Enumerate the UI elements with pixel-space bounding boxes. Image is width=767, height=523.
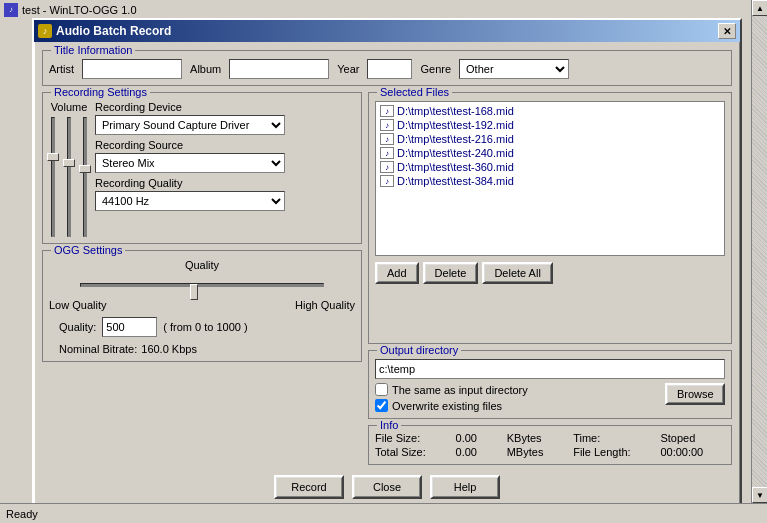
main-scrollbar[interactable]: ▲ ▼ xyxy=(751,0,767,503)
dialog-title: Audio Batch Record xyxy=(56,24,171,38)
recording-settings-label: Recording Settings xyxy=(51,86,150,98)
list-item: ♪ D:\tmp\test\test-168.mid xyxy=(378,104,722,118)
genre-label: Genre xyxy=(420,63,451,75)
nominal-value: 160.0 Kbps xyxy=(141,343,197,355)
overwrite-checkbox[interactable] xyxy=(375,399,388,412)
quality-range-hint: ( from 0 to 1000 ) xyxy=(163,321,247,333)
browse-button[interactable]: Browse xyxy=(665,383,725,405)
recording-device-select[interactable]: Primary Sound Capture Driver xyxy=(95,115,285,135)
recording-device-row: Recording Device Primary Sound Capture D… xyxy=(95,101,355,135)
file-path-5: D:\tmp\test\test-360.mid xyxy=(397,161,514,173)
volume-thumb-3[interactable] xyxy=(79,165,91,173)
title-section: Artist Album Year Genre Other Rock Pop J… xyxy=(49,59,725,79)
quality-value-row: Quality: ( from 0 to 1000 ) xyxy=(49,317,355,337)
bottom-buttons: Record Close Help xyxy=(42,471,732,503)
volume-thumb-1[interactable] xyxy=(47,153,59,161)
volume-slider-1[interactable] xyxy=(47,117,59,237)
titlebar-buttons: ✕ xyxy=(718,23,736,39)
volume-slider-2[interactable] xyxy=(63,117,75,237)
dialog-close-button[interactable]: Close xyxy=(352,475,422,499)
output-checkboxes: The same as input directory Overwrite ex… xyxy=(375,383,528,412)
total-size-unit: MBytes xyxy=(507,446,565,458)
device-section: Recording Device Primary Sound Capture D… xyxy=(95,101,355,237)
recording-quality-select[interactable]: 44100 Hz 22050 Hz 11025 Hz 8000 Hz xyxy=(95,191,285,211)
recording-quality-row: Recording Quality 44100 Hz 22050 Hz 1102… xyxy=(95,177,355,211)
scroll-track xyxy=(752,16,767,487)
overwrite-label: Overwrite existing files xyxy=(392,400,502,412)
ogg-settings-group: OGG Settings Quality Low Quality xyxy=(42,250,362,362)
file-size-value: 0.00 xyxy=(456,432,499,444)
recording-source-label: Recording Source xyxy=(95,139,355,151)
scroll-up-button[interactable]: ▲ xyxy=(752,0,767,16)
file-length-value: 00:00:00 xyxy=(660,446,725,458)
file-length-label: File Length: xyxy=(573,446,652,458)
file-path-1: D:\tmp\test\test-168.mid xyxy=(397,105,514,117)
close-window-button[interactable]: ✕ xyxy=(718,23,736,39)
ogg-settings-label: OGG Settings xyxy=(51,244,125,256)
total-size-value: 0.00 xyxy=(456,446,499,458)
delete-all-button[interactable]: Delete All xyxy=(482,262,552,284)
volume-section: Volume xyxy=(49,101,89,237)
app-icon: ♪ xyxy=(4,3,18,17)
volume-slider-3[interactable] xyxy=(79,117,91,237)
info-grid: File Size: 0.00 KBytes Time: Stoped Tota… xyxy=(375,432,725,458)
file-icon-2: ♪ xyxy=(380,119,394,131)
file-path-2: D:\tmp\test\test-192.mid xyxy=(397,119,514,131)
year-input[interactable] xyxy=(367,59,412,79)
ogg-quality-track xyxy=(80,283,325,287)
output-dir-input-row xyxy=(375,359,725,379)
output-dir-options-row: The same as input directory Overwrite ex… xyxy=(375,383,725,412)
quality-range: Low Quality High Quality xyxy=(49,299,355,311)
nominal-label: Nominal Bitrate: xyxy=(59,343,137,355)
record-button[interactable]: Record xyxy=(274,475,344,499)
title-information-label: Title Information xyxy=(51,44,135,56)
file-icon-5: ♪ xyxy=(380,161,394,173)
list-item: ♪ D:\tmp\test\test-360.mid xyxy=(378,160,722,174)
dialog-titlebar: ♪ Audio Batch Record ✕ xyxy=(34,20,740,42)
list-item: ♪ D:\tmp\test\test-240.mid xyxy=(378,146,722,160)
ogg-quality-thumb[interactable] xyxy=(190,284,198,300)
quality-field-input[interactable] xyxy=(102,317,157,337)
file-icon-1: ♪ xyxy=(380,105,394,117)
output-dir-input[interactable] xyxy=(375,359,725,379)
dialog-icon: ♪ xyxy=(38,24,52,38)
list-item: ♪ D:\tmp\test\test-192.mid xyxy=(378,118,722,132)
high-quality-label: High Quality xyxy=(295,299,355,311)
recording-quality-label: Recording Quality xyxy=(95,177,355,189)
statusbar: Ready xyxy=(0,503,767,523)
file-icon-4: ♪ xyxy=(380,147,394,159)
ogg-quality-slider[interactable] xyxy=(80,277,325,293)
delete-button[interactable]: Delete xyxy=(423,262,479,284)
ogg-inner: Quality Low Quality High Quality xyxy=(49,259,355,355)
file-icon-3: ♪ xyxy=(380,133,394,145)
dialog-content: Title Information Artist Album Year Genr… xyxy=(34,42,740,511)
list-item: ♪ D:\tmp\test\test-216.mid xyxy=(378,132,722,146)
selected-files-list[interactable]: ♪ D:\tmp\test\test-168.mid ♪ D:\tmp\test… xyxy=(375,101,725,256)
album-input[interactable] xyxy=(229,59,329,79)
right-panel: Selected Files ♪ D:\tmp\test\test-168.mi… xyxy=(368,92,732,465)
volume-thumb-2[interactable] xyxy=(63,159,75,167)
left-panel: Recording Settings Volume xyxy=(42,92,362,465)
recording-source-select[interactable]: Stereo Mix Microphone Line In xyxy=(95,153,285,173)
file-path-3: D:\tmp\test\test-216.mid xyxy=(397,133,514,145)
album-label: Album xyxy=(190,63,221,75)
same-as-input-checkbox[interactable] xyxy=(375,383,388,396)
year-label: Year xyxy=(337,63,359,75)
ogg-quality-label: Quality xyxy=(185,259,219,271)
add-button[interactable]: Add xyxy=(375,262,419,284)
scroll-down-button[interactable]: ▼ xyxy=(752,487,767,503)
volume-label: Volume xyxy=(51,101,88,113)
artist-input[interactable] xyxy=(82,59,182,79)
help-button[interactable]: Help xyxy=(430,475,500,499)
genre-select[interactable]: Other Rock Pop Jazz Classical xyxy=(459,59,569,79)
output-dir-content: The same as input directory Overwrite ex… xyxy=(375,359,725,412)
quality-field-label: Quality: xyxy=(59,321,96,333)
volume-sliders xyxy=(47,117,91,237)
ogg-quality-slider-container xyxy=(49,277,355,293)
main-area: Recording Settings Volume xyxy=(42,92,732,465)
low-quality-label: Low Quality xyxy=(49,299,106,311)
list-item: ♪ D:\tmp\test\test-384.mid xyxy=(378,174,722,188)
volume-track-1 xyxy=(51,117,55,237)
recording-settings-group: Recording Settings Volume xyxy=(42,92,362,244)
recording-source-row: Recording Source Stereo Mix Microphone L… xyxy=(95,139,355,173)
